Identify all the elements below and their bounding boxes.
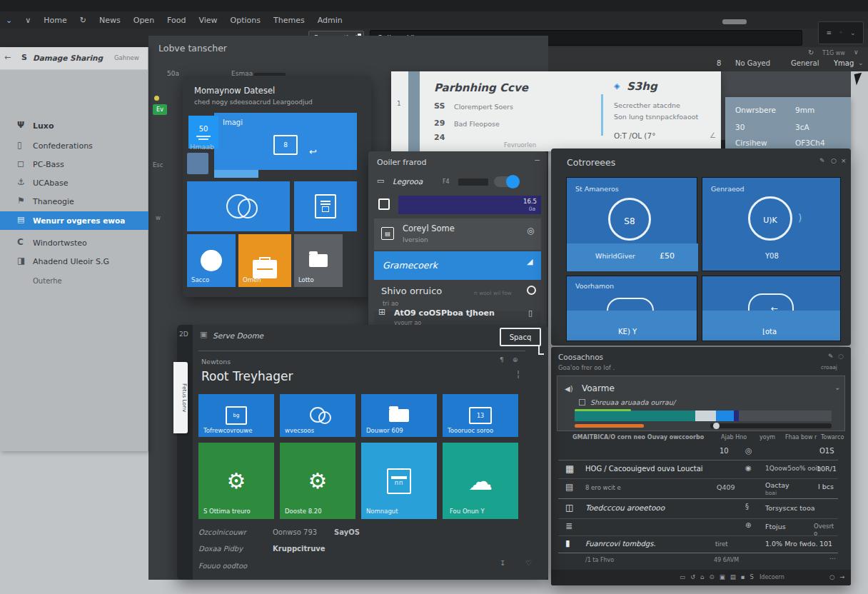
category-tile-amaneros[interactable]: St Amaneros S8 WhirldGiver £50 <box>566 177 697 271</box>
menu-item-home[interactable]: Home <box>44 16 66 25</box>
footer-link[interactable]: Kruppcitruve <box>273 545 326 553</box>
chevron-down-icon[interactable]: ⌄ <box>834 383 840 391</box>
footer-link[interactable]: Ozcolnicouwr <box>198 528 246 536</box>
chevron-down-icon[interactable]: ⌄ <box>858 59 864 66</box>
volume-bar[interactable] <box>575 411 832 421</box>
menu-item-view[interactable]: View <box>199 16 218 25</box>
sidebar-item-confederations[interactable]: ▯ Confederations <box>0 137 148 156</box>
category-tile-genraeod[interactable]: Genraeod U)K ) Y08 <box>702 177 841 271</box>
vertical-tab[interactable]: Fetus Lonv <box>173 362 188 433</box>
app-tile-display[interactable]: 13 Toooruoc soroo <box>443 394 518 437</box>
sidebar-header[interactable]: ← S Damage Sharing Gahnew <box>0 47 148 70</box>
home-icon[interactable]: ⌂ <box>700 573 709 580</box>
pilcrow-icon[interactable]: ¶ <box>500 356 504 363</box>
heart-icon[interactable]: ♡ <box>525 559 532 567</box>
primary-action-button[interactable]: Spacq <box>500 328 541 346</box>
stop-icon[interactable]: ▪ <box>741 573 750 580</box>
document-tile[interactable] <box>294 181 357 231</box>
app-tile-settings2[interactable]: ⚙ Dooste 8.20 <box>280 443 355 519</box>
grid-icon[interactable]: ▣ <box>720 573 730 580</box>
sidebar-item-pc-bass[interactable]: ◻ PC-Bass <box>0 156 148 174</box>
slider-handle[interactable] <box>713 423 720 429</box>
sidebar-footer-link[interactable]: Outerhe <box>33 277 62 285</box>
list-row-footer[interactable]: ⊞ AtO9 coOSPboa tJhoen yvourr ao ▯ <box>374 311 541 326</box>
circle-icon[interactable]: ○ <box>831 157 837 164</box>
list-row-selected[interactable]: Gramecoerk ◢ <box>374 251 541 280</box>
app-tile-files[interactable]: Douwor 609 <box>361 394 437 437</box>
app-tile-cloud[interactable]: ☁ Fou Onun Y <box>443 443 518 519</box>
filter-general[interactable]: General <box>791 59 819 67</box>
radio-icon[interactable] <box>527 286 536 295</box>
refresh-icon[interactable]: ↻ <box>808 49 814 56</box>
list-row-radio[interactable]: Shivo orruico tri ao n wool wil fow <box>374 281 541 310</box>
app-tile-settings1[interactable]: ⚙ S Ottima treuro <box>198 443 274 519</box>
rows-icon[interactable]: ▤ <box>730 573 741 580</box>
folder-tile[interactable]: Lotto <box>294 234 343 287</box>
checkbox[interactable] <box>579 399 585 406</box>
edit-icon[interactable]: ✎ <box>828 353 834 360</box>
caret-icon[interactable]: ∨ <box>25 16 31 25</box>
s-icon[interactable]: S <box>750 573 759 580</box>
sidebar-item-luxo[interactable]: Ψ Luxo <box>0 117 148 136</box>
table-row[interactable]: ◫ Toedcccou aroeetooo § Torsyscxc tooa <box>551 500 839 519</box>
slider-track[interactable] <box>710 423 832 428</box>
arrow-icon[interactable]: → <box>839 573 844 580</box>
list-row-control[interactable]: ▤ Coreyl Some Iversion ◎ <box>374 218 541 250</box>
briefcase-tile[interactable]: Omen <box>238 234 291 287</box>
toggle-row[interactable]: ▭ Legrooa F4 <box>374 173 541 191</box>
filter-ymag[interactable]: Ymag <box>834 59 854 67</box>
drag-handle[interactable] <box>722 19 747 24</box>
menu-item-admin[interactable]: Admin <box>318 16 343 25</box>
close-icon[interactable]: × <box>841 157 847 164</box>
rail-2d-icon[interactable]: 2D <box>179 331 188 338</box>
app-tile-contacts[interactable]: wvecsoos <box>280 394 355 437</box>
app-tile-calendar[interactable]: ΠΠ Nomnagut <box>361 443 437 519</box>
sidebar-item-thaneogie[interactable]: ⚑ Thaneogie <box>0 193 148 211</box>
footer-link[interactable]: Fouuo oodtoo <box>198 562 247 570</box>
chat-tile[interactable]: Sacco <box>187 234 236 287</box>
menu-item-themes[interactable]: Themes <box>273 16 305 25</box>
filter-no-gayed[interactable]: No Gayed <box>735 59 770 67</box>
search-icon[interactable]: ◌ <box>838 353 844 360</box>
expand-icon[interactable]: ∠ <box>710 131 716 139</box>
minimize-icon[interactable]: − <box>534 156 540 165</box>
toggle-switch[interactable] <box>494 176 515 187</box>
circle-icon[interactable]: ○ <box>829 573 834 580</box>
contacts-tile[interactable] <box>187 181 290 231</box>
table-row[interactable]: ▤ 8 ero wcit e Q409 Oactay boai I bcs <box>551 480 839 498</box>
menu-item-open[interactable]: Open <box>133 16 154 25</box>
caret-icon[interactable]: ∨ <box>854 49 859 56</box>
refresh-icon[interactable]: ↻ <box>80 16 86 25</box>
app-tile-monitor[interactable]: bg Tofrewcovrouwe <box>198 394 274 437</box>
chevron-down-icon[interactable]: ⌄ <box>6 16 12 25</box>
edit-icon[interactable]: ✎ <box>819 157 825 164</box>
pin-icon[interactable]: ↧ <box>500 559 505 567</box>
big-image-tile[interactable]: Imagi 8 ↩ <box>214 113 357 170</box>
footer-link[interactable]: Oonwso 793 <box>273 528 317 536</box>
tile-label: wvecsoos <box>285 427 314 434</box>
footer-link[interactable]: Doxaa Pidby <box>198 545 243 553</box>
statusbar-icons[interactable]: ▭↺⌂⊙▣▤▪S <box>680 573 759 580</box>
sidebar-item-ucabase[interactable]: ⚓ UCAbase <box>0 174 148 193</box>
category-tile-fourth[interactable]: ← ⌊ota <box>702 276 841 341</box>
quick-search-box[interactable]: ≡ ◦ ⌄ <box>818 21 864 44</box>
menu-item-food[interactable]: Food <box>167 16 186 25</box>
sidebar-item-ahadend[interactable]: ◨ Ahadend Uleoir S.G <box>0 253 148 271</box>
overflow-icon[interactable]: ⋯ <box>829 555 836 562</box>
thumbnail-tile[interactable] <box>187 153 208 174</box>
plus-circle-icon[interactable]: ⊕ <box>513 356 518 363</box>
cell-detail-sub: boai <box>765 490 777 496</box>
menu-item-options[interactable]: Options <box>231 16 261 25</box>
undo-icon[interactable]: ↺ <box>690 573 700 580</box>
sidebar-item-selected[interactable]: ▤ Wenurr ovgeres ewoa <box>0 211 148 230</box>
target-icon[interactable]: ⊙ <box>710 573 720 580</box>
table-row[interactable]: ▦ HOG / Cacoouigevd ouva Louctai ◉ 1Qoow… <box>551 461 839 480</box>
band-row[interactable]: 16.5 0a <box>374 194 541 216</box>
category-tile-voorhamon[interactable]: Voorhamon KE) Y <box>566 276 697 341</box>
menu-item-news[interactable]: News <box>99 16 121 25</box>
back-icon[interactable]: ← <box>4 53 11 62</box>
rect-icon[interactable]: ▭ <box>680 573 690 580</box>
sidebar-item-windortwsteo[interactable]: C Windortwsteo <box>0 234 148 253</box>
info-circle-icon[interactable]: ◎ <box>527 226 534 236</box>
footer-link[interactable]: SayOS <box>334 528 360 536</box>
